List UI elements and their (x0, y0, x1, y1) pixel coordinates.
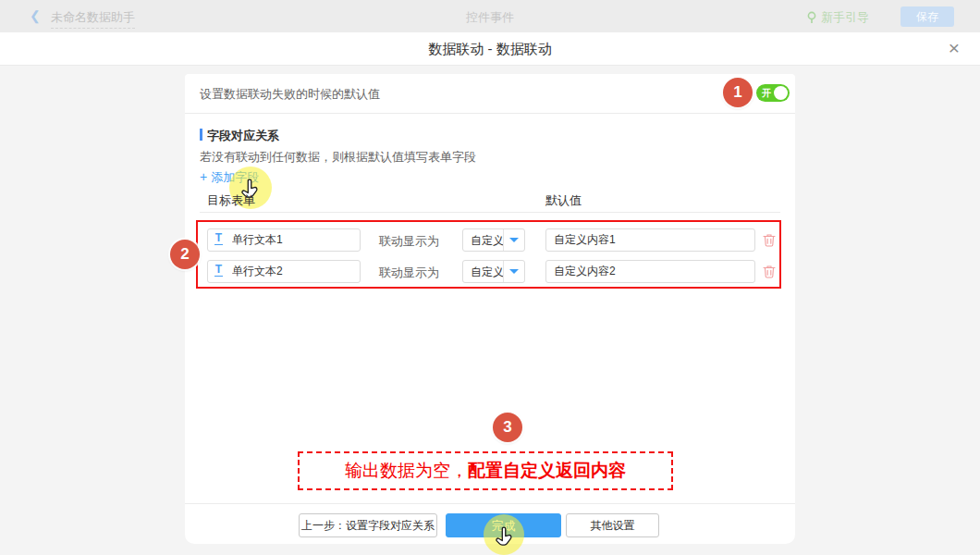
close-icon[interactable]: × (949, 37, 960, 59)
toggle-on-label: 开 (762, 87, 771, 100)
mode-select-value: 自定义 (471, 233, 504, 249)
callout-note: 输出数据为空，配置自定义返回内容 (298, 451, 673, 490)
trash-icon[interactable] (763, 233, 776, 247)
mode-select[interactable]: 自定义 (462, 228, 525, 252)
dialog-title: 数据联动 - 数据联动 (0, 41, 980, 58)
select-arrow-box (503, 229, 524, 251)
relation-label: 联动显示为 (379, 233, 439, 250)
default-value-input[interactable] (545, 260, 755, 283)
other-settings-button[interactable]: 其他设置 (566, 513, 659, 537)
column-header-target-form: 目标表单 (207, 192, 255, 209)
column-header-default-value: 默认值 (545, 192, 582, 209)
annotation-badge-3: 3 (493, 413, 522, 442)
select-arrow-box (503, 261, 524, 282)
toggle-knob (774, 86, 788, 100)
text-field-icon: T (214, 232, 223, 245)
save-button[interactable]: 保存 (900, 6, 954, 27)
dialog-header: 数据联动 - 数据联动 × (0, 32, 980, 66)
default-value-input[interactable] (545, 228, 755, 252)
guide-pin-icon (806, 11, 817, 24)
chevron-down-icon (509, 238, 519, 242)
cursor-hand-icon (493, 525, 517, 549)
annotation-badge-1: 1 (723, 78, 753, 107)
section-divider (185, 113, 795, 114)
target-field-input[interactable] (207, 228, 361, 252)
mode-select[interactable]: 自定义 (462, 260, 525, 283)
field-mapping-row: T 联动显示为 自定义 (185, 228, 795, 252)
target-field-input[interactable] (207, 260, 361, 283)
trash-icon[interactable] (763, 265, 776, 278)
guide-label: 新手引导 (821, 9, 869, 26)
field-mapping-description: 若没有联动到任何数据，则根据默认值填写表单字段 (200, 149, 476, 166)
chevron-down-icon (509, 269, 519, 274)
field-mapping-section-title: 字段对应关系 (200, 128, 279, 144)
mode-select-value: 自定义 (471, 265, 504, 280)
settings-panel: 设置数据联动失败的时候的默认值 开 1 字段对应关系 若没有联动到任何数据，则根… (185, 74, 795, 544)
field-mapping-row: T 联动显示为 自定义 (185, 260, 795, 283)
relation-label: 联动显示为 (379, 265, 439, 281)
default-value-setting-label: 设置数据联动失败的时候的默认值 (200, 86, 380, 103)
prev-step-button[interactable]: 上一步：设置字段对应关系 (299, 513, 437, 537)
guide-link[interactable]: 新手引导 (806, 9, 869, 26)
plus-icon: + (200, 169, 207, 184)
text-field-icon: T (214, 264, 223, 277)
section-accent-bar (200, 129, 202, 141)
default-value-toggle[interactable]: 开 (756, 84, 790, 102)
table-header-divider (200, 212, 780, 213)
top-app-bar: ❮ 未命名数据助手 控件事件 新手引导 保存 (0, 0, 980, 33)
footer-divider (185, 503, 795, 504)
dialog-content: 设置数据联动失败的时候的默认值 开 1 字段对应关系 若没有联动到任何数据，则根… (0, 66, 980, 555)
